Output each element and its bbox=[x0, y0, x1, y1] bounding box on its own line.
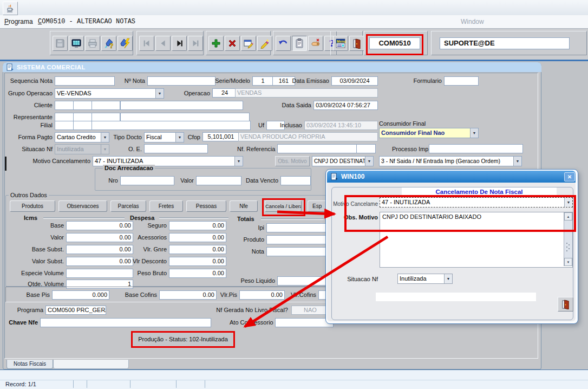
formulario-field[interactable] bbox=[444, 76, 479, 86]
scroll-up-icon[interactable]: ▲ bbox=[564, 212, 572, 221]
ato-concessorio-field[interactable] bbox=[275, 318, 334, 327]
first-record-button[interactable] bbox=[139, 36, 154, 51]
oe-field[interactable] bbox=[144, 144, 208, 153]
processo-imp-field[interactable] bbox=[429, 144, 523, 153]
chevron-down-icon: ▼ bbox=[365, 157, 373, 166]
base-cofins-field[interactable]: 0.00 bbox=[159, 290, 217, 300]
dialog-motivo-combo[interactable]: 47 - INUTILIZADA ▼ bbox=[380, 197, 573, 208]
toolbar-group-edit: ? bbox=[273, 31, 337, 55]
obs-scrollbar[interactable]: ▲ ▼ bbox=[564, 212, 572, 266]
clipboard-button[interactable] bbox=[292, 36, 307, 51]
save-button[interactable] bbox=[53, 36, 68, 51]
sequencia-nota-field[interactable] bbox=[55, 76, 115, 86]
grupo-operacao-combo[interactable]: VE-VENDAS ▼ bbox=[55, 88, 164, 99]
forma-pagto-combo[interactable]: Cartao Credito ▼ bbox=[55, 132, 109, 142]
tab-observacoes[interactable]: Observacoes bbox=[58, 200, 107, 212]
tab-produtos[interactable]: Produtos bbox=[10, 200, 55, 212]
status-bar-separator bbox=[176, 380, 177, 388]
cut-hand-button[interactable] bbox=[308, 36, 323, 51]
tab-cancela-libera[interactable]: Cancela / Libera bbox=[265, 200, 302, 212]
filial-label: Filial bbox=[4, 122, 53, 129]
svg-text:Menu: Menu bbox=[337, 39, 346, 43]
menu-programa[interactable]: Programa bbox=[4, 18, 33, 25]
consumidor-final-combo[interactable]: Consumidor Final Nao ▼ bbox=[379, 128, 479, 138]
enter-query-button[interactable] bbox=[241, 36, 256, 51]
icms-row-label-1: Valor bbox=[4, 234, 64, 241]
last-record-button[interactable] bbox=[188, 36, 203, 51]
brush-help-button[interactable]: ? bbox=[101, 36, 116, 51]
tab-empty bbox=[53, 360, 129, 369]
data-emissao-field[interactable]: 03/09/2024 bbox=[331, 76, 378, 86]
program-code-field: COM0510 bbox=[369, 37, 420, 49]
next-record-button[interactable] bbox=[172, 36, 187, 51]
tipo-docto-combo[interactable]: Fiscal ▼ bbox=[144, 132, 184, 142]
chave-nfe-field[interactable] bbox=[40, 318, 211, 327]
tab-parcelas[interactable]: Parcelas bbox=[110, 200, 146, 212]
geracao-ordem-combo[interactable]: 3 - Nf Saida / Nf Entrada Imp (Geracao O… bbox=[379, 156, 522, 166]
undo-button[interactable] bbox=[276, 36, 291, 51]
cliente-field-1[interactable] bbox=[55, 101, 74, 110]
scroll-down-icon[interactable]: ▼ bbox=[564, 258, 572, 266]
cliente-name-field[interactable] bbox=[120, 101, 243, 110]
chevron-down-icon: ▼ bbox=[234, 157, 243, 166]
exit-button[interactable] bbox=[349, 36, 364, 51]
dialog-titlebar[interactable]: WIN100 ✕ bbox=[327, 171, 576, 183]
chevron-down-icon: ▼ bbox=[175, 133, 184, 142]
vlr-pis-field[interactable]: 0.00 bbox=[239, 290, 285, 300]
peso-bruto-field[interactable]: 0.00 bbox=[169, 269, 226, 278]
data-vencto-label: Data Vencto bbox=[245, 177, 278, 184]
tipo-docto-value: Fiscal bbox=[145, 133, 175, 142]
last-record-icon bbox=[191, 38, 200, 48]
cliente-field-2[interactable] bbox=[73, 101, 93, 110]
tab-notas-fiscais[interactable]: Notas Fiscais bbox=[6, 360, 53, 369]
filial-name-field[interactable] bbox=[92, 121, 251, 130]
cliente-field-3[interactable] bbox=[92, 101, 120, 110]
user-field[interactable]: SUPORTE@DE bbox=[440, 37, 570, 49]
operacao-code-field[interactable]: 24 bbox=[212, 88, 237, 98]
base-pis-label: Base Pis bbox=[15, 291, 50, 299]
display-button[interactable] bbox=[69, 36, 84, 51]
close-icon[interactable]: ✕ bbox=[564, 172, 575, 181]
sequencia-nota-label: Sequencia Nota bbox=[4, 77, 53, 85]
ipi-field[interactable] bbox=[266, 223, 327, 232]
delete-record-button[interactable] bbox=[225, 36, 240, 51]
base-pis-field[interactable]: 0.000 bbox=[52, 290, 109, 300]
ato-concessorio-label: Ato Concessorio bbox=[230, 319, 273, 326]
nf-referencia-field-2[interactable] bbox=[356, 144, 376, 153]
add-record-button[interactable] bbox=[208, 36, 224, 51]
geracao-ordem-value: 3 - Nf Saida / Nf Entrada Imp (Geracao O… bbox=[380, 157, 513, 166]
filial-field-1[interactable] bbox=[55, 121, 74, 130]
tab-fretes[interactable]: Fretes bbox=[149, 200, 183, 212]
serie-field[interactable]: 1 bbox=[252, 76, 273, 86]
produto-total-field[interactable] bbox=[266, 235, 327, 244]
peso-liquido-field[interactable] bbox=[277, 276, 328, 286]
programa-field[interactable]: COM0500 PRC_GERA bbox=[45, 306, 106, 315]
brush-execute-button[interactable] bbox=[117, 36, 133, 51]
nro-field[interactable] bbox=[120, 176, 174, 185]
dialog-exit-button[interactable] bbox=[558, 297, 573, 312]
no-nota-field[interactable] bbox=[147, 76, 215, 86]
valor-doc-field[interactable] bbox=[196, 176, 241, 185]
data-saida-field[interactable]: 03/09/2024 07:56:27 bbox=[313, 101, 378, 110]
java-applet-button[interactable] bbox=[3, 2, 18, 15]
menu-window-title[interactable]: COM0510 - ALTERACAO NOTAS bbox=[38, 18, 135, 25]
base-cofins-label: Base Cofins bbox=[120, 291, 157, 299]
dialog-situacao-combo[interactable]: Inutilizada ▼ bbox=[397, 274, 453, 284]
tab-nfe[interactable]: Nfe bbox=[230, 200, 258, 212]
previous-record-button[interactable] bbox=[155, 36, 171, 51]
cfop-code-field[interactable]: 5,101,001 bbox=[202, 132, 239, 141]
obs-motivo-combo[interactable]: CNPJ DO DESTINATARIO ▼ bbox=[312, 156, 374, 166]
filial-field-2[interactable] bbox=[73, 121, 93, 130]
execute-query-button[interactable] bbox=[257, 36, 272, 51]
menu-button[interactable]: Menu bbox=[333, 36, 348, 51]
dialog-footer-field[interactable] bbox=[376, 293, 536, 301]
situacao-nf-combo: Inutilizada ▼ bbox=[55, 144, 109, 154]
nf-referencia-field[interactable] bbox=[277, 144, 357, 153]
menu-window[interactable]: Window bbox=[461, 18, 484, 25]
print-button[interactable] bbox=[85, 36, 100, 51]
data-vencto-field[interactable] bbox=[280, 176, 311, 185]
nota-total-field[interactable] bbox=[266, 247, 327, 256]
dialog-obs-textarea[interactable]: CNPJ DO DESTINATARIO BAIXADO ▲ ▼ bbox=[380, 212, 573, 268]
vlr-desconto-field[interactable]: 0.00 bbox=[169, 257, 226, 266]
tab-pessoas[interactable]: Pessoas bbox=[186, 200, 226, 212]
